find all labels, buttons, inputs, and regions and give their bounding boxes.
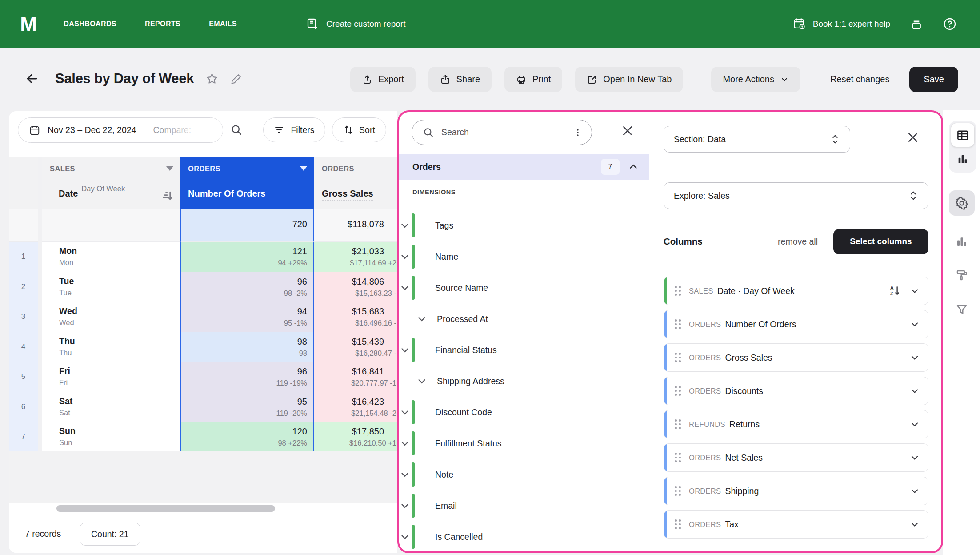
dimension-item[interactable]: Financial Status <box>399 334 649 366</box>
dimension-item[interactable]: Shipping Address <box>399 366 649 397</box>
chevron-down-icon[interactable] <box>909 486 920 496</box>
orders-cell[interactable]: 98 98 <box>180 332 314 362</box>
totals-orders-cell[interactable]: 720 <box>180 209 314 241</box>
orders-cell[interactable]: 96 119 -19% <box>180 362 314 392</box>
close-settings-panel-icon[interactable] <box>906 131 920 144</box>
column-card[interactable]: ORDERS Discounts AZ <box>664 377 928 405</box>
date-cell[interactable]: Wed Wed <box>42 302 180 332</box>
drag-handle-icon[interactable] <box>675 453 681 462</box>
az-sort-icon[interactable]: AZ <box>888 284 901 298</box>
dimension-item[interactable]: Name <box>399 241 649 272</box>
close-fields-panel-icon[interactable] <box>621 124 634 137</box>
dimension-item[interactable]: Email <box>399 490 649 521</box>
app-logo[interactable]: M <box>20 12 36 36</box>
count-badge[interactable]: Count: 21 <box>80 523 140 546</box>
column-card[interactable]: ORDERS Net Sales AZ <box>664 443 928 472</box>
drag-handle-icon[interactable] <box>675 386 681 396</box>
orders-field-group[interactable]: Orders 7 <box>399 154 649 180</box>
drag-handle-icon[interactable] <box>675 353 681 362</box>
table-search-icon[interactable] <box>230 124 243 136</box>
select-columns-button[interactable]: Select columns <box>833 229 928 254</box>
dimension-item[interactable]: Discount Code <box>399 397 649 428</box>
favorite-star-icon[interactable] <box>205 72 219 85</box>
chevron-down-icon[interactable] <box>909 386 920 396</box>
orders-cell[interactable]: 120 98 +22% <box>180 422 314 452</box>
gross-sales-cell[interactable]: $15,683 $16,496.16 - <box>314 302 397 332</box>
totals-gross-cell[interactable]: $118,078 <box>314 209 397 241</box>
help-icon[interactable] <box>943 17 957 31</box>
drag-handle-icon[interactable] <box>675 319 681 329</box>
column-card[interactable]: ORDERS Tax AZ <box>664 510 928 539</box>
dimension-item[interactable]: Tags <box>399 210 649 241</box>
chevron-down-icon[interactable] <box>909 452 920 463</box>
fields-search[interactable] <box>412 120 592 145</box>
date-cell[interactable]: Fri Fri <box>42 362 180 392</box>
gross-sales-cell[interactable]: $16,423 $21,154.48 -2 <box>314 392 397 422</box>
chevron-down-icon[interactable] <box>909 286 920 296</box>
table-view-button[interactable] <box>951 123 974 147</box>
column-card[interactable]: ORDERS Shipping AZ <box>664 477 928 505</box>
dimension-item[interactable]: Note <box>399 459 649 490</box>
gross-sales-column-header[interactable]: Gross Sales <box>314 181 397 209</box>
orders-group-header-selected[interactable]: ORDERS <box>180 157 314 181</box>
date-cell[interactable]: Sun Sun <box>42 422 180 452</box>
apps-box-icon[interactable] <box>910 17 923 31</box>
column-card[interactable]: ORDERS Number Of Orders AZ <box>664 310 928 338</box>
reset-changes-button[interactable]: Reset changes <box>826 67 894 92</box>
nav-item[interactable]: REPORTS <box>145 20 180 28</box>
gross-sales-cell[interactable]: $16,841 $20,777.97 -1 <box>314 362 397 392</box>
sales-group-header[interactable]: SALES <box>42 157 180 181</box>
chart-settings-button[interactable] <box>949 230 975 253</box>
section-select[interactable]: Section: Data <box>664 126 850 153</box>
column-menu-icon[interactable] <box>300 166 307 171</box>
column-card[interactable]: REFUNDS Returns AZ <box>664 410 928 438</box>
search-input[interactable] <box>441 127 566 137</box>
save-button[interactable]: Save <box>909 67 958 92</box>
scrollbar-thumb[interactable] <box>56 505 275 512</box>
chevron-down-icon[interactable] <box>909 519 920 530</box>
orders-cell[interactable]: 96 98 -2% <box>180 272 314 302</box>
print-button[interactable]: Print <box>504 67 562 92</box>
date-cell[interactable]: Sat Sat <box>42 392 180 422</box>
gross-sales-cell[interactable]: $14,806 $15,163.23 - <box>314 272 397 302</box>
remove-all-link[interactable]: remove all <box>778 237 818 247</box>
explore-select[interactable]: Explore: Sales <box>664 182 928 209</box>
kebab-menu-icon[interactable] <box>573 127 583 138</box>
settings-gear-button[interactable] <box>949 190 975 216</box>
chevron-down-icon[interactable] <box>909 419 920 430</box>
chart-view-button[interactable] <box>951 147 974 170</box>
edit-pencil-icon[interactable] <box>230 72 243 85</box>
column-card[interactable]: SALES Date · Day Of Week AZ <box>664 277 928 305</box>
number-of-orders-column-header[interactable]: Number Of Orders <box>180 181 314 209</box>
open-new-tab-button[interactable]: Open In New Tab <box>575 67 683 92</box>
chevron-down-icon[interactable] <box>909 319 920 330</box>
gross-sales-cell[interactable]: $21,033 $17,114.69 +2 <box>314 241 397 272</box>
date-cell[interactable]: Tue Tue <box>42 272 180 302</box>
date-cell[interactable]: Thu Thu <box>42 332 180 362</box>
drag-handle-icon[interactable] <box>675 286 681 296</box>
drag-handle-icon[interactable] <box>675 519 681 529</box>
orders-cell[interactable]: 121 94 +29% <box>180 241 314 272</box>
filter-funnel-button[interactable] <box>949 298 975 321</box>
nav-item[interactable]: EMAILS <box>209 20 237 28</box>
drag-handle-icon[interactable] <box>675 486 681 496</box>
date-range-picker[interactable]: Nov 23 – Dec 22, 2024 Compare: <box>18 117 223 143</box>
sort-descending-icon[interactable] <box>160 189 174 203</box>
more-actions-button[interactable]: More Actions <box>711 67 800 92</box>
date-column-header[interactable]: DateDay Of Week <box>42 181 180 209</box>
style-paint-roller-button[interactable] <box>949 264 975 286</box>
nav-item[interactable]: DASHBOARDS <box>64 20 116 28</box>
orders-cell[interactable]: 95 119 -20% <box>180 392 314 422</box>
column-menu-icon[interactable] <box>166 166 173 171</box>
share-button[interactable]: Share <box>428 67 492 92</box>
dimension-item[interactable]: Fulfillment Status <box>399 428 649 459</box>
filters-button[interactable]: Filters <box>263 117 325 142</box>
gross-sales-cell[interactable]: $15,439 $16,280.47 - <box>314 332 397 362</box>
dimension-item[interactable]: Source Name <box>399 272 649 303</box>
back-arrow-icon[interactable] <box>24 71 40 86</box>
export-button[interactable]: Export <box>350 67 416 92</box>
date-cell[interactable]: Mon Mon <box>42 241 180 272</box>
sort-button[interactable]: Sort <box>332 117 386 142</box>
orders-cell[interactable]: 94 95 -1% <box>180 302 314 332</box>
column-card[interactable]: ORDERS Gross Sales AZ <box>664 343 928 372</box>
